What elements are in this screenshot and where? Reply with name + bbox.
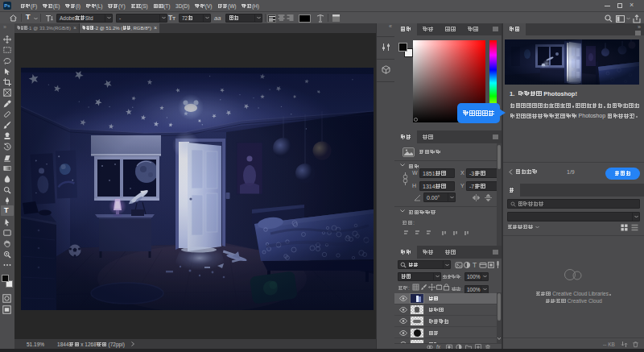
svg-text:T: T [473,261,477,269]
svg-text:fx: fx [436,344,441,349]
